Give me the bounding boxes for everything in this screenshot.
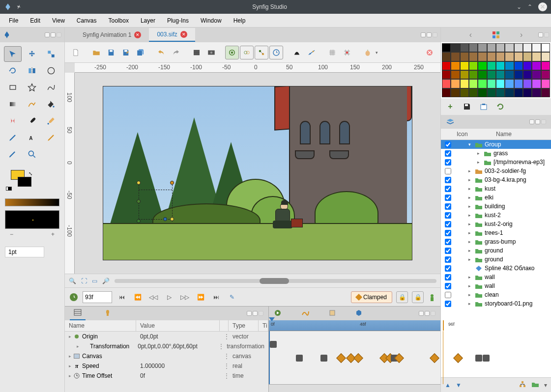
mirror-tool[interactable] [23, 63, 41, 79]
palette-cell[interactable] [505, 43, 514, 52]
palette-cell[interactable] [523, 70, 532, 79]
onion-skin-button[interactable] [361, 46, 375, 59]
menu-plugins[interactable]: Plug-Ins [161, 15, 195, 26]
brush-tool[interactable] [23, 113, 41, 129]
palette-cell[interactable] [523, 88, 532, 97]
prev-key-button[interactable]: ⏪ [132, 291, 144, 303]
snap-grid-button[interactable] [340, 46, 354, 59]
palette-cell[interactable] [469, 79, 478, 88]
layer-expand-icon[interactable]: ▸ [475, 160, 482, 165]
layer-visibility-checkbox[interactable] [445, 239, 451, 245]
layer-visibility-checkbox[interactable] [445, 274, 451, 280]
layer-row[interactable]: ▸ ground [441, 255, 551, 264]
tangent-button[interactable] [305, 46, 319, 59]
palette-cell[interactable] [487, 88, 496, 97]
menu-window[interactable]: Window [195, 15, 228, 26]
undo-button[interactable] [154, 46, 168, 59]
layer-row[interactable]: ▸ trees-1 [441, 228, 551, 237]
layer-expand-icon[interactable]: ▸ [466, 204, 473, 209]
palette-cell[interactable] [478, 88, 487, 97]
palette-cell[interactable] [478, 70, 487, 79]
palette-cell[interactable] [487, 43, 496, 52]
layer-expand-icon[interactable]: ▸ [466, 292, 473, 297]
palette-cell[interactable] [532, 88, 541, 97]
layer-visibility-checkbox[interactable] [445, 230, 451, 236]
cancel-button[interactable] [423, 46, 436, 59]
palette-cell[interactable] [469, 52, 478, 61]
palette-cell[interactable] [496, 79, 505, 88]
palette-cell[interactable] [514, 70, 523, 79]
open-button[interactable] [89, 46, 103, 59]
palette-cell[interactable] [523, 52, 532, 61]
palette-cell[interactable] [541, 88, 550, 97]
palette-cell[interactable] [469, 88, 478, 97]
palette-cell[interactable] [442, 61, 451, 70]
palette-cell[interactable] [460, 61, 469, 70]
scale-tool[interactable] [42, 46, 60, 62]
palette-cell[interactable] [487, 61, 496, 70]
layer-visibility-checkbox[interactable] [445, 150, 451, 157]
layer-row[interactable]: ▸ wall [441, 281, 551, 290]
layer-visibility-checkbox[interactable] [445, 292, 451, 298]
grid-button[interactable] [325, 46, 339, 59]
text-tool[interactable]: A [23, 130, 41, 145]
color-palette[interactable] [441, 42, 551, 98]
layer-row[interactable]: ▸ 003-2-soldier-fg [441, 167, 551, 175]
palette-cell[interactable] [514, 43, 523, 52]
palette-cell[interactable] [460, 52, 469, 61]
keyframes-tab[interactable] [100, 308, 115, 320]
tl-tab-track[interactable] [301, 309, 309, 318]
menu-help[interactable]: Help [228, 15, 252, 26]
save-palette-button[interactable] [463, 102, 471, 111]
palette-cell[interactable] [451, 43, 460, 52]
palette-cell[interactable] [514, 52, 523, 61]
layer-row[interactable]: ▸ building [441, 202, 551, 211]
decrease-button[interactable]: − [10, 231, 13, 238]
palette-cell[interactable] [505, 61, 514, 70]
play-button[interactable]: ▷ [163, 291, 175, 303]
save-as-button[interactable] [119, 46, 133, 59]
load-palette-button[interactable] [479, 102, 488, 111]
smooth-move-tool[interactable] [23, 46, 41, 62]
panel-prev-button[interactable]: ‹ [469, 30, 472, 39]
layer-row[interactable]: ▸ wall [441, 273, 551, 281]
palette-cell[interactable] [442, 52, 451, 61]
layer-visibility-checkbox[interactable] [445, 248, 451, 254]
layer-row[interactable]: ▸ [/tmp/morevna-ep3] [441, 158, 551, 167]
next-frame-button[interactable]: ▷▷ [179, 291, 191, 303]
param-row[interactable]: ▸πSpeed 1.000000 ⋮ real [65, 361, 268, 371]
keyframe-lock-next[interactable]: 🔒 [412, 291, 424, 303]
palette-cell[interactable] [496, 61, 505, 70]
keyframe-lock-prev[interactable]: 🔒 [396, 291, 408, 303]
palette-cell[interactable] [496, 43, 505, 52]
layers-list[interactable]: ▾ Group ▸ grass ▸ [/tmp/morevna-ep3] ▸ 0… [441, 140, 551, 377]
color-swatches[interactable]: ⤡ [5, 170, 59, 195]
palette-cell[interactable] [451, 61, 460, 70]
redo-button[interactable] [169, 46, 183, 59]
zoom-100-icon[interactable]: ▭ [92, 278, 97, 284]
panel-next-button[interactable]: › [520, 30, 522, 39]
menu-toolbox[interactable]: Toolbox [103, 15, 135, 26]
layer-expand-icon[interactable]: ▸ [466, 283, 473, 288]
palette-cell[interactable] [442, 88, 451, 97]
render-button[interactable] [190, 46, 203, 59]
next-key-button[interactable]: ⏩ [195, 291, 206, 303]
layer-expand-icon[interactable]: ▸ [466, 230, 473, 235]
layer-expand-icon[interactable]: ▸ [466, 248, 473, 253]
palette-cell[interactable] [487, 70, 496, 79]
palette-cell[interactable] [478, 79, 487, 88]
rectangle-tool[interactable] [4, 80, 22, 95]
new-file-button[interactable] [69, 46, 83, 59]
timeline-ruler[interactable]: 0f 48f 96f [269, 320, 440, 331]
palette-cell[interactable] [532, 43, 541, 52]
layer-expand-icon[interactable]: ▸ [466, 301, 473, 306]
palette-cell[interactable] [541, 52, 550, 61]
layer-row[interactable]: ▸ grass [441, 149, 551, 158]
layer-expand-icon[interactable]: ▸ [466, 213, 473, 218]
gradient-tool[interactable] [4, 96, 22, 112]
palette-cell[interactable] [442, 79, 451, 88]
stroke-width-input[interactable] [5, 247, 44, 257]
star-tool[interactable] [23, 80, 41, 95]
polyline-tool[interactable] [23, 96, 41, 112]
close-icon[interactable]: ✕ [134, 31, 141, 38]
